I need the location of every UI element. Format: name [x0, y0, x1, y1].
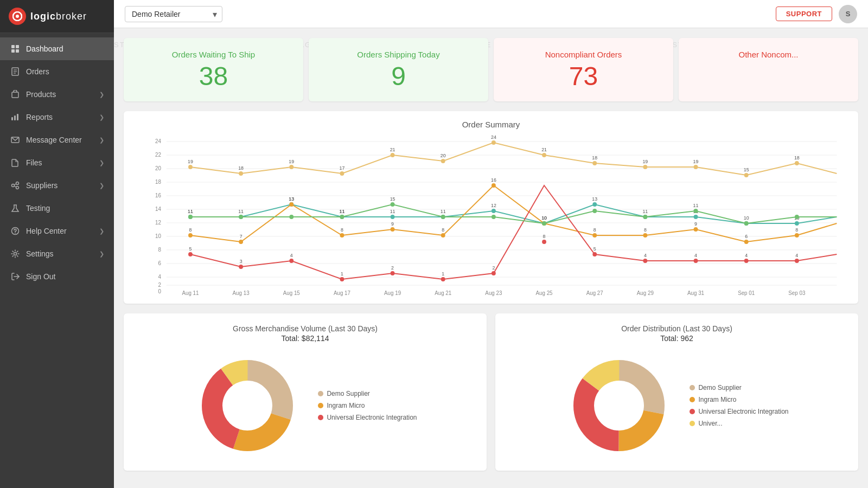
svg-line-18 — [14, 184, 16, 185]
svg-text:19: 19 — [289, 159, 294, 164]
sidebar-item-testing[interactable]: Testing — [0, 197, 114, 220]
svg-line-19 — [14, 186, 16, 187]
orders-icon — [10, 66, 21, 77]
sidebar-item-suppliers[interactable]: Suppliers ❯ — [0, 174, 114, 197]
files-icon — [10, 157, 21, 168]
legend-item-universal: Universal Electronic Integration — [318, 414, 417, 421]
svg-text:4: 4 — [694, 253, 697, 258]
svg-text:7: 7 — [240, 234, 242, 239]
chevron-down-icon: ❯ — [99, 182, 104, 189]
svg-text:Aug 31: Aug 31 — [687, 290, 705, 296]
svg-text:14: 14 — [155, 206, 161, 212]
svg-point-179 — [795, 215, 799, 219]
svg-text:19: 19 — [642, 159, 648, 164]
retailer-selector[interactable]: Demo Retailer — [125, 6, 222, 22]
svg-text:11: 11 — [390, 209, 395, 214]
svg-point-169 — [289, 215, 293, 219]
grid-icon — [10, 43, 21, 54]
sidebar-item-label: Products — [26, 90, 56, 99]
suppliers-icon — [10, 180, 21, 191]
sidebar-item-products[interactable]: Products ❯ — [0, 83, 114, 106]
svg-text:2: 2 — [492, 265, 495, 271]
svg-text:11: 11 — [238, 209, 244, 214]
svg-text:22: 22 — [155, 152, 161, 158]
svg-point-123 — [592, 233, 597, 237]
card-waiting-to-ship[interactable]: Orders Waiting To Ship 38 — [124, 38, 303, 101]
card-label: Orders Waiting To Ship — [135, 50, 292, 59]
order-dist-donut-wrapper: Demo Supplier Ingram Micro Universal Ele… — [506, 351, 847, 460]
svg-text:21: 21 — [541, 147, 547, 152]
order-dist-donut — [565, 351, 673, 460]
sidebar-item-sign-out[interactable]: Sign Out — [0, 265, 114, 288]
sidebar-item-label: Reports — [26, 113, 53, 121]
chevron-down-icon: ❯ — [99, 114, 104, 121]
legend-item-ingram-micro: Ingram Micro — [318, 402, 417, 409]
sidebar-item-message-center[interactable]: Message Center ❯ — [0, 129, 114, 151]
legend-item-universal: Universal Electronic Integration — [690, 408, 788, 415]
svg-point-149 — [592, 252, 597, 256]
legend-dot — [318, 403, 323, 408]
sidebar-item-settings[interactable]: Settings ❯ — [0, 242, 114, 265]
svg-point-15 — [12, 184, 15, 187]
svg-text:2: 2 — [391, 265, 394, 271]
svg-rect-11 — [11, 117, 13, 120]
svg-point-23 — [14, 253, 17, 255]
svg-text:4: 4 — [158, 274, 162, 280]
svg-point-126 — [744, 240, 749, 244]
card-other-noncompliant[interactable]: Other Noncom... — [679, 38, 858, 101]
svg-text:Aug 19: Aug 19 — [384, 290, 401, 296]
svg-text:6: 6 — [158, 260, 162, 266]
sidebar-item-help-center[interactable]: Help Center ❯ — [0, 220, 114, 242]
svg-point-144 — [340, 277, 344, 281]
svg-point-141 — [188, 252, 193, 256]
svg-point-151 — [694, 259, 698, 263]
svg-point-74 — [744, 173, 749, 177]
svg-point-177 — [694, 209, 698, 213]
svg-point-176 — [643, 215, 647, 219]
sidebar-item-label: Message Center — [26, 136, 82, 144]
card-value: 38 — [135, 63, 292, 89]
svg-text:8: 8 — [795, 227, 798, 233]
retailer-select[interactable]: Demo Retailer — [125, 6, 222, 22]
svg-point-99 — [694, 215, 698, 219]
sidebar-item-label: Files — [26, 158, 42, 167]
chevron-down-icon: ❯ — [99, 91, 104, 98]
svg-text:4: 4 — [290, 253, 293, 258]
svg-point-152 — [744, 259, 749, 263]
svg-text:8: 8 — [158, 247, 162, 253]
testing-icon — [10, 203, 21, 214]
svg-text:11: 11 — [441, 209, 446, 214]
svg-point-64 — [239, 171, 243, 176]
signout-icon — [10, 271, 21, 282]
logo: logicbroker — [0, 0, 114, 33]
card-noncompliant[interactable]: Noncompliant Orders 73 — [494, 38, 673, 101]
legend-label: Demo Supplier — [327, 390, 369, 397]
sidebar-item-orders[interactable]: Orders — [0, 60, 114, 83]
legend-dot — [690, 385, 695, 390]
svg-point-120 — [441, 233, 445, 237]
svg-point-115 — [188, 233, 193, 237]
sidebar-item-dashboard[interactable]: Dashboard — [0, 37, 114, 60]
svg-point-189 — [224, 382, 271, 429]
legend-item-demo-supplier: Demo Supplier — [318, 390, 417, 397]
svg-text:13: 13 — [289, 196, 294, 202]
svg-text:6: 6 — [745, 234, 748, 239]
svg-point-124 — [643, 233, 647, 237]
support-button[interactable]: SUPPORT — [776, 7, 832, 21]
svg-point-195 — [595, 382, 643, 429]
svg-text:8: 8 — [644, 227, 647, 233]
svg-text:2: 2 — [158, 282, 161, 288]
order-dist-legend: Demo Supplier Ingram Micro Universal Ele… — [690, 384, 788, 427]
svg-point-93 — [391, 215, 395, 219]
svg-rect-3 — [16, 45, 19, 48]
settings-icon — [10, 248, 21, 259]
sidebar-item-files[interactable]: Files ❯ — [0, 151, 114, 174]
svg-point-118 — [340, 233, 344, 237]
svg-point-71 — [592, 161, 597, 165]
sidebar-item-reports[interactable]: Reports ❯ — [0, 106, 114, 129]
chevron-down-icon: ❯ — [99, 251, 104, 258]
svg-point-73 — [694, 165, 698, 169]
svg-text:10: 10 — [155, 233, 161, 239]
card-shipping-today[interactable]: Orders Shipping Today 9 — [309, 38, 488, 101]
svg-text:19: 19 — [188, 159, 193, 164]
